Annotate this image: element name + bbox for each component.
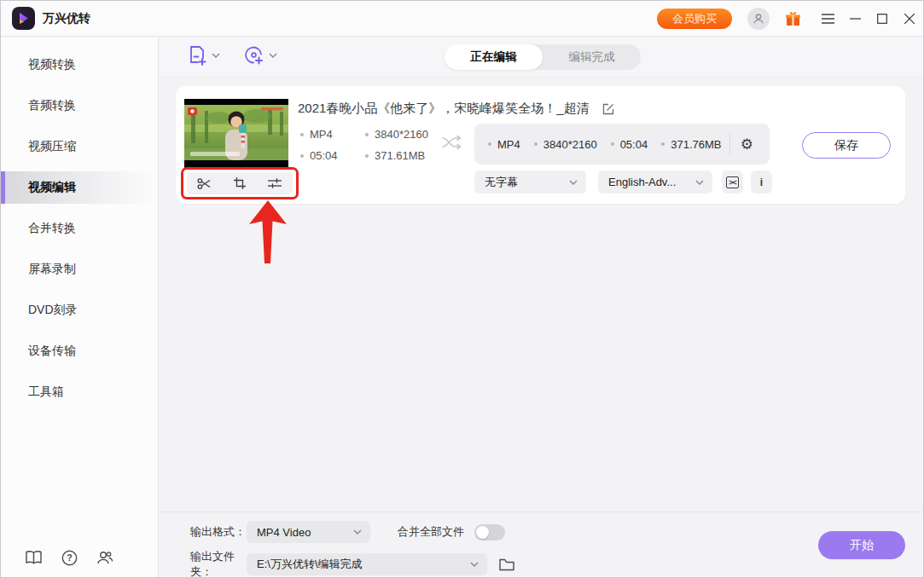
gift-icon[interactable] bbox=[783, 9, 802, 28]
bottom-bar: 输出格式： MP4 Video 合并全部文件 输出文件夹： E:\万兴优转\编辑… bbox=[160, 512, 923, 577]
app-window: 万兴优转 会员购买 bbox=[0, 0, 924, 578]
contact-support-icon[interactable] bbox=[96, 548, 114, 567]
annotation-arrow bbox=[248, 199, 289, 265]
open-folder-icon[interactable] bbox=[499, 558, 514, 571]
sidebar-item-toolbox[interactable]: 工具箱 bbox=[1, 376, 158, 408]
sidebar-item-dvd-burn[interactable]: DVD刻录 bbox=[1, 294, 158, 327]
add-file-button[interactable] bbox=[189, 45, 220, 66]
output-duration: 05:04 bbox=[620, 138, 648, 151]
chevron-down-icon bbox=[353, 529, 362, 535]
load-dvd-button[interactable] bbox=[244, 45, 277, 66]
source-resolution: 3840*2160 bbox=[375, 128, 428, 141]
guide-book-icon[interactable] bbox=[24, 548, 43, 567]
sidebar-item-video-convert[interactable]: 视频转换 bbox=[1, 49, 158, 81]
source-file-info: MP4 3840*2160 05:04 371.61MB bbox=[300, 128, 428, 162]
crop-icon[interactable] bbox=[230, 174, 249, 193]
merge-all-toggle[interactable] bbox=[474, 524, 505, 540]
chevron-down-icon bbox=[269, 53, 277, 58]
output-resolution: 3840*2160 bbox=[543, 138, 597, 151]
subtitle-select[interactable]: 无字幕 bbox=[474, 171, 586, 194]
content-toolbar: 正在编辑 编辑完成 bbox=[160, 38, 923, 78]
chevron-down-icon bbox=[569, 180, 578, 185]
source-duration: 05:04 bbox=[310, 149, 338, 162]
output-format: MP4 bbox=[497, 138, 520, 151]
video-thumbnail[interactable] bbox=[184, 99, 288, 169]
menu-icon[interactable] bbox=[814, 1, 841, 37]
sidebar-item-video-edit[interactable]: 视频编辑 bbox=[1, 171, 158, 204]
sidebar-item-device-transfer[interactable]: 设备传输 bbox=[1, 335, 158, 367]
tab-edit-done[interactable]: 编辑完成 bbox=[543, 44, 641, 70]
trim-scissors-icon[interactable] bbox=[195, 174, 214, 193]
titlebar: 万兴优转 会员购买 bbox=[1, 1, 923, 37]
user-avatar[interactable] bbox=[747, 8, 770, 30]
tab-editing[interactable]: 正在编辑 bbox=[445, 44, 543, 70]
output-file-info: MP4 3840*2160 05:04 371.76MB ⚙ bbox=[474, 124, 770, 165]
edit-tools-bar bbox=[187, 172, 293, 194]
file-info-button[interactable]: i bbox=[751, 171, 772, 194]
save-button[interactable]: 保存 bbox=[802, 132, 891, 159]
convert-shuffle-icon bbox=[442, 134, 462, 154]
sidebar-item-screen-record[interactable]: 屏幕录制 bbox=[1, 253, 158, 286]
sidebar-item-merge-convert[interactable]: 合并转换 bbox=[1, 212, 158, 245]
sidebar-item-audio-convert[interactable]: 音频转换 bbox=[1, 90, 158, 122]
chevron-down-icon bbox=[470, 562, 479, 567]
output-folder-label: 输出文件夹： bbox=[190, 549, 247, 578]
source-size: 371.61MB bbox=[375, 149, 425, 162]
buy-membership-button[interactable]: 会员购买 bbox=[657, 9, 732, 29]
compress-button[interactable]: >< bbox=[722, 171, 743, 194]
merge-all-label: 合并全部文件 bbox=[398, 524, 464, 540]
file-card: 2021春晚小品《他来了》，宋晓峰爆笑全场！_超清 MP4 3840*2160 … bbox=[176, 86, 905, 204]
add-file-icon bbox=[189, 45, 207, 66]
chevron-down-icon bbox=[212, 53, 220, 58]
rename-icon[interactable] bbox=[601, 102, 615, 116]
status-tabs: 正在编辑 编辑完成 bbox=[445, 44, 641, 70]
sidebar-item-video-compress[interactable]: 视频压缩 bbox=[1, 130, 158, 163]
add-disc-icon bbox=[244, 45, 264, 66]
output-folder-select[interactable]: E:\万兴优转\编辑完成 bbox=[247, 553, 487, 575]
minimize-button[interactable] bbox=[841, 1, 869, 37]
source-format: MP4 bbox=[310, 128, 333, 141]
output-size: 371.76MB bbox=[671, 138, 721, 151]
output-format-select[interactable]: MP4 Video bbox=[247, 521, 370, 543]
chevron-down-icon bbox=[695, 180, 704, 185]
help-icon[interactable]: ? bbox=[60, 548, 78, 567]
divider bbox=[729, 134, 730, 154]
audio-track-select[interactable]: English-Adv... bbox=[598, 171, 712, 194]
settings-gear-icon[interactable]: ⚙ bbox=[734, 131, 759, 157]
output-format-label: 输出格式： bbox=[190, 524, 247, 540]
app-logo-icon bbox=[12, 7, 35, 30]
effects-adjust-icon[interactable] bbox=[265, 174, 284, 193]
sidebar: 视频转换 音频转换 视频压缩 视频编辑 合并转换 屏幕录制 DVD刻录 设备传输… bbox=[1, 38, 159, 578]
maximize-button[interactable] bbox=[869, 1, 896, 37]
svg-text:?: ? bbox=[67, 552, 72, 563]
close-button[interactable] bbox=[896, 1, 923, 37]
app-title: 万兴优转 bbox=[43, 11, 90, 26]
file-title: 2021春晚小品《他来了》，宋晓峰爆笑全场！_超清 bbox=[298, 101, 590, 117]
start-button[interactable]: 开始 bbox=[818, 531, 905, 559]
